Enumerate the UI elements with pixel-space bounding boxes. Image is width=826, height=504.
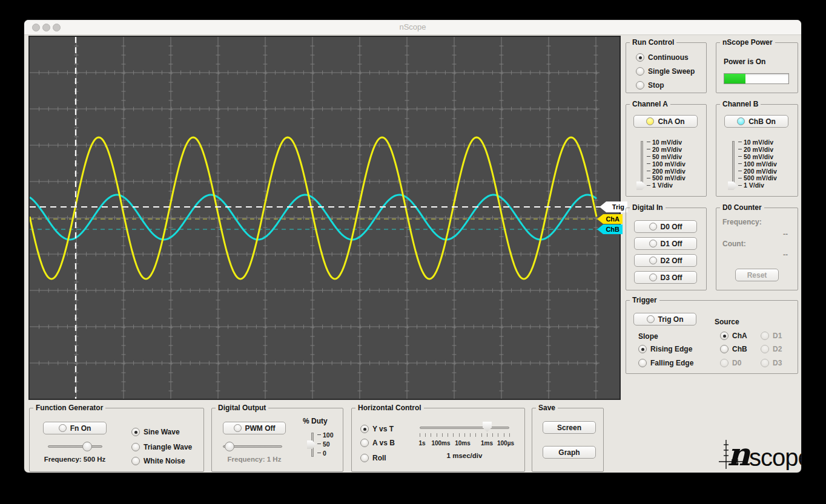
source-d1-radio[interactable]: D1 [761,331,782,341]
save-screen-button[interactable]: Screen [543,421,596,434]
channel-b-group: Channel B ChB On 10 mV/div 20 mV/div 50 … [716,104,798,197]
d1-indicator-icon [649,240,657,247]
logo-scope: scope [749,444,801,470]
roll-radio[interactable]: Roll [360,453,386,463]
d0-off-button[interactable]: D0 Off [634,220,697,233]
function-generator-group: Function Generator Fn On Frequency: 500 … [29,408,204,472]
oscilloscope-display[interactable]: Trig ChA ChB [28,36,621,400]
timebase-handle[interactable] [483,422,492,432]
source-cha-radio[interactable]: ChA [720,331,747,341]
radio-icon[interactable] [636,81,644,90]
tick-label-100us: 100µs [497,440,514,447]
channel-b-scale-slider[interactable] [732,141,735,188]
pwm-off-button[interactable]: PWM Off [223,422,286,434]
run-continuous-radio[interactable]: Continuous [636,53,689,62]
d3-indicator-icon [649,273,657,281]
radio-icon[interactable] [638,345,647,353]
radio-icon[interactable] [360,439,369,447]
reset-button[interactable]: Reset [735,269,779,281]
titlebar[interactable]: nScope [24,20,801,35]
fn-frequency-label: Frequency: 500 Hz [43,456,107,463]
slope-falling-radio[interactable]: Falling Edge [638,358,693,368]
triangle-wave-radio[interactable]: Triangle Wave [131,442,192,452]
sine-wave-radio[interactable]: Sine Wave [131,427,180,437]
fn-frequency-slider[interactable] [48,445,102,448]
timebase-slider[interactable] [420,427,509,429]
radio-icon[interactable] [761,345,769,353]
channel-b-scale-labels: 10 mV/div 20 mV/div 50 mV/div 100 mV/div… [738,139,777,189]
channel-b-on-button[interactable]: ChB On [724,115,788,128]
a-vs-b-radio[interactable]: A vs B [360,438,395,448]
d1-off-button[interactable]: D1 Off [634,237,697,250]
fn-on-button[interactable]: Fn On [43,422,107,434]
save-group: Save Screen Graph [532,408,604,472]
group-title: Trigger [630,296,659,304]
radio-icon[interactable] [636,53,644,62]
source-d0-radio[interactable]: D0 [720,358,741,368]
radio-icon[interactable] [638,359,647,367]
tick-label-1ms: 1ms [481,440,493,447]
channel-a-on-button[interactable]: ChA On [633,115,698,128]
group-title: nScope Power [720,38,775,47]
tick-label-100ms: 100ms [431,440,450,447]
d3-off-button[interactable]: D3 Off [634,271,697,284]
power-gauge [724,73,789,84]
count-label: Count: [722,240,746,248]
group-title: Digital Output [216,404,268,412]
source-d3-radio[interactable]: D3 [761,358,782,368]
radio-icon[interactable] [720,359,729,367]
run-single-sweep-radio[interactable]: Single Sweep [636,67,695,76]
group-title: Digital In [630,203,666,212]
d0-indicator-icon [649,223,657,231]
timebase-ticks [420,433,510,437]
digital-output-group: Digital Output PWM Off Frequency: 1 Hz %… [211,408,343,472]
duty-handle[interactable] [307,440,316,449]
power-gauge-fill [724,74,745,83]
group-title: Channel B [720,100,761,108]
group-title: Function Generator [33,404,105,412]
d2-indicator-icon [649,257,657,264]
power-group: nScope Power Power is On [716,42,798,93]
channel-a-scale-slider[interactable] [641,141,643,188]
trig-on-button[interactable]: Trig On [633,313,696,326]
timebase-rate-label: 1 msec/div [420,452,509,459]
channel-a-scale-labels: 10 mV/div 20 mV/div 50 mV/div 100 mV/div… [647,139,686,189]
tick-label-10ms: 10ms [455,440,471,447]
radio-icon[interactable] [761,359,769,367]
digital-in-group: Digital In D0 Off D1 Off D2 Off D3 Off [626,208,707,290]
slope-rising-radio[interactable]: Rising Edge [638,344,692,354]
radio-icon[interactable] [720,332,729,340]
group-title: Channel A [630,100,670,108]
waveform-plot [30,37,620,399]
white-noise-radio[interactable]: White Noise [131,456,185,466]
radio-icon[interactable] [360,454,369,462]
fn-indicator-icon [59,424,67,432]
radio-icon[interactable] [636,67,644,76]
tick-label-1s: 1s [418,440,425,447]
radio-icon[interactable] [720,345,729,353]
nscope-window: nScope Trig ChA ChB Run Control Continuo… [24,20,801,473]
y-vs-t-radio[interactable]: Y vs T [360,424,394,434]
logo-n: n [727,439,751,470]
radio-icon[interactable] [360,425,369,433]
run-control-group: Run Control Continuous Single Sweep Stop [626,42,707,93]
channel-a-scale-handle[interactable] [636,182,646,190]
d2-off-button[interactable]: D2 Off [634,254,697,267]
frequency-value: -- [783,230,788,238]
fn-frequency-handle[interactable] [82,442,92,451]
radio-icon[interactable] [131,443,140,451]
save-graph-button[interactable]: Graph [543,446,596,459]
channel-b-scale-handle[interactable] [728,182,738,190]
pwm-frequency-handle[interactable] [225,442,234,451]
group-title: D0 Counter [720,203,764,212]
run-stop-radio[interactable]: Stop [636,80,664,90]
radio-icon[interactable] [131,428,140,436]
radio-icon[interactable] [131,457,140,465]
group-title: Save [536,404,558,412]
source-d2-radio[interactable]: D2 [761,344,782,354]
radio-icon[interactable] [761,332,769,340]
source-chb-radio[interactable]: ChB [720,344,747,354]
slope-label: Slope [638,332,658,341]
channel-a-indicator-icon [646,117,654,125]
duty-label: % Duty [303,417,328,425]
